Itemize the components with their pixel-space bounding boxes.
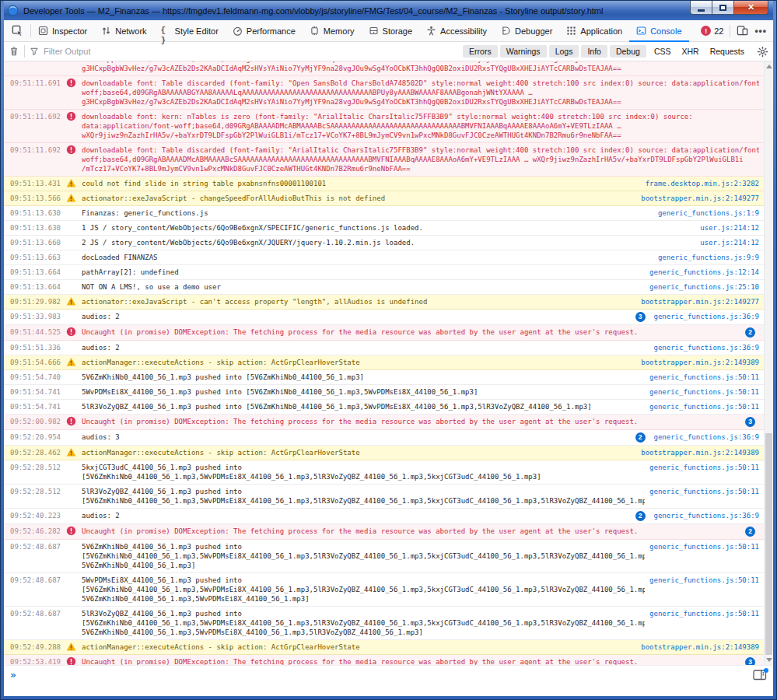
- repeat-count-badge: 3: [745, 657, 755, 665]
- scrollbar-down-arrow-icon[interactable]: [765, 655, 773, 665]
- close-button[interactable]: ✕: [733, 1, 768, 15]
- sidebar-toggle-icon[interactable]: [753, 670, 767, 681]
- tab-inspector[interactable]: Inspector: [31, 20, 94, 41]
- filter-button-requests[interactable]: Requests: [705, 45, 749, 58]
- source-link[interactable]: generic_functions.js:50:11: [649, 609, 759, 618]
- scrollbar-up-arrow-icon[interactable]: [765, 61, 773, 72]
- tab-application[interactable]: Application: [559, 20, 629, 41]
- pick-element-button[interactable]: [4, 20, 30, 41]
- log-message: 5lR3VoZyQBZ_44100_56_1.mp3 pushed into […: [82, 402, 645, 411]
- source-link[interactable]: generic_functions.js:50:11: [649, 576, 759, 585]
- source-link[interactable]: generic_functions.js:12:14: [649, 268, 759, 277]
- log-timestamp: 09:52:20.954: [10, 432, 61, 442]
- icon-spacer: [66, 222, 76, 233]
- source-link[interactable]: bootstrapper.min.js:2:149389: [641, 642, 759, 652]
- source-link[interactable]: user.js:214:12: [700, 223, 759, 233]
- error-icon: [66, 145, 76, 155]
- source-link[interactable]: user.js:214:12: [700, 238, 759, 247]
- icon-spacer: [66, 608, 76, 618]
- repeat-count-badge: 2: [745, 327, 755, 338]
- log-timestamp: 09:51:54.741: [10, 387, 61, 397]
- console-settings-gear-icon[interactable]: [757, 46, 768, 58]
- console-input-row[interactable]: »: [4, 665, 773, 684]
- tab-debugger[interactable]: Debugger: [494, 20, 559, 41]
- source-link[interactable]: generic_functions.js:36:9: [654, 343, 759, 352]
- toolbox-tabbar: InspectorNetwork{ }Style EditorPerforman…: [4, 20, 773, 42]
- source-link[interactable]: generic_functions.js:50:11: [649, 373, 759, 382]
- console-warning-row: 09:52:28.462actionManager::executeAction…: [4, 446, 764, 460]
- source-link[interactable]: bootstrapper.min.js:2:149389: [641, 358, 759, 367]
- scrollbar-thumb[interactable]: [765, 433, 772, 655]
- log-message: 2 JS / story_content/WebObjects/6Qo9Be6x…: [82, 238, 695, 247]
- filter-button-xhr[interactable]: XHR: [677, 45, 703, 58]
- source-link[interactable]: generic_functions.js:50:11: [649, 542, 759, 551]
- console-icon: [636, 26, 646, 36]
- source-link[interactable]: bootstrapper.min.js:2:149277: [641, 194, 759, 203]
- error-icon: [66, 111, 76, 121]
- log-timestamp: 09:52:00.982: [10, 417, 61, 426]
- log-message: Uncaught (in promise) DOMException: The …: [82, 327, 741, 337]
- minimize-button[interactable]: [690, 1, 712, 15]
- tab-network[interactable]: Network: [94, 20, 153, 41]
- log-timestamp: 09:51:13.664: [10, 268, 61, 277]
- log-timestamp: 09:52:48.687: [10, 576, 61, 585]
- log-timestamp: 09:52:40.223: [10, 511, 61, 520]
- source-link[interactable]: generic_functions.js:9:9: [658, 253, 759, 262]
- tab-label: Application: [580, 26, 622, 36]
- log-message: actionator::exeJavaScript - changeSpeedF…: [82, 194, 636, 203]
- filter-chip-debug[interactable]: Debug: [610, 45, 646, 58]
- filter-button-css[interactable]: CSS: [649, 45, 676, 58]
- source-link[interactable]: generic_functions.js:50:11: [649, 463, 759, 472]
- tab-accessibility[interactable]: Accessibility: [419, 20, 494, 41]
- icon-spacer: [66, 237, 76, 247]
- console-log-row: 09:52:48.6875V6ZmKhiNb0_44100_56_1.mp3 p…: [4, 540, 764, 573]
- source-link[interactable]: frame.desktop.min.js:2:3282: [646, 179, 759, 188]
- warning-icon: [66, 296, 76, 306]
- error-icon: !: [701, 26, 711, 36]
- source-link[interactable]: generic_functions.js:25:10: [649, 282, 759, 292]
- source-link[interactable]: generic_functions.js:36:9: [654, 432, 759, 442]
- source-link[interactable]: generic_functions.js:36:9: [654, 312, 759, 321]
- filter-chip-warnings[interactable]: Warnings: [500, 45, 547, 58]
- tab-console[interactable]: Console: [629, 20, 688, 41]
- log-timestamp: 09:51:13.431: [10, 179, 61, 188]
- log-timestamp: 09:51:54.740: [10, 373, 61, 382]
- icon-spacer: [66, 342, 76, 352]
- source-link[interactable]: bootstrapper.min.js:2:149277: [641, 297, 759, 306]
- console-log-row: 09:51:54.7415WvPDMsEi8X_44100_56_1.mp3 p…: [4, 385, 764, 400]
- error-count-button[interactable]: ! 22: [701, 26, 723, 36]
- meatball-menu-icon[interactable]: •••: [754, 26, 767, 37]
- source-link[interactable]: bootstrapper.min.js:2:149389: [641, 448, 759, 457]
- responsive-design-icon[interactable]: [737, 25, 748, 37]
- tab-storage[interactable]: Storage: [362, 20, 420, 41]
- filter-chip-logs[interactable]: Logs: [549, 45, 579, 58]
- tab-performance[interactable]: Performance: [226, 20, 303, 41]
- error-icon: [66, 327, 76, 337]
- tab-style-editor[interactable]: { }Style Editor: [154, 20, 226, 41]
- log-message: downloadable font: Table discarded (font…: [82, 145, 759, 173]
- console-error-row: 09:51:11.692downloadable font: kern: nTa…: [4, 110, 764, 143]
- icon-spacer: [66, 401, 76, 411]
- filter-output-input[interactable]: [44, 47, 277, 56]
- source-link[interactable]: generic_functions.js:50:11: [649, 387, 759, 397]
- icon-spacer: [66, 61, 76, 64]
- console-log-row: 09:52:40.223audios: 22generic_functions.…: [4, 509, 764, 524]
- console-log-row: 09:51:13.664pathArray[2]: undefinedgener…: [4, 265, 764, 280]
- source-link[interactable]: generic_functions.js:36:9: [654, 511, 759, 520]
- log-timestamp: 09:51:44.525: [10, 327, 61, 337]
- clear-console-icon[interactable]: [9, 46, 19, 57]
- tab-memory[interactable]: Memory: [303, 20, 362, 41]
- filter-chip-errors[interactable]: Errors: [463, 45, 498, 58]
- error-count: 22: [714, 26, 723, 36]
- source-link[interactable]: generic_functions.js:50:11: [649, 487, 759, 496]
- window-titlebar[interactable]: Developer Tools — M2_Finanzas — https://…: [4, 1, 773, 20]
- filter-chip-info[interactable]: Info: [581, 45, 607, 58]
- log-message: Finanzas: generic_functions.js: [82, 208, 653, 218]
- scrollbar[interactable]: [764, 61, 773, 665]
- maximize-button[interactable]: [712, 1, 734, 15]
- console-log-row: 09:51:54.7415lR3VoZyQBZ_44100_56_1.mp3 p…: [4, 400, 764, 415]
- source-link[interactable]: generic_functions.js:50:11: [649, 402, 759, 411]
- icon-spacer: [66, 311, 76, 321]
- memory-icon: [310, 26, 320, 36]
- source-link[interactable]: generic_functions.js:1:9: [658, 208, 759, 218]
